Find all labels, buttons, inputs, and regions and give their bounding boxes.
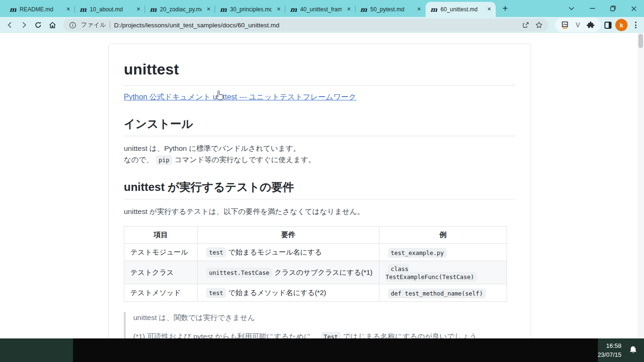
- minimize-button[interactable]: [582, 0, 603, 17]
- cell-item: テストメソッド: [124, 284, 198, 302]
- omnibox-divider: [110, 21, 110, 29]
- python-docs-link[interactable]: Python 公式ドキュメント unittest --- ユニットテストフレーム…: [124, 93, 356, 101]
- markdown-file-icon: m: [150, 6, 157, 13]
- tab-title: README.md: [20, 6, 61, 13]
- bookmark-star-icon[interactable]: [534, 20, 544, 30]
- url-text[interactable]: D:/projects/lessons/unit_test_samples/do…: [114, 22, 517, 29]
- tab-title: 50_pytest.md: [370, 6, 412, 13]
- new-tab-button[interactable]: +: [499, 2, 512, 16]
- page-info-icon[interactable]: [68, 20, 77, 30]
- markdown-file-icon: m: [290, 6, 297, 13]
- doc-title: unittest: [124, 61, 515, 78]
- tab-close-icon[interactable]: ×: [345, 6, 353, 13]
- window-controls: [561, 0, 644, 17]
- column-header-example: 例: [379, 227, 507, 244]
- vue-devtools-icon[interactable]: V: [576, 22, 580, 28]
- markdown-file-icon: m: [9, 6, 16, 13]
- install-line2-post: コマンド等の実行なしですぐに使えます。: [175, 156, 316, 164]
- divider: [124, 199, 515, 199]
- code-span: test: [206, 247, 226, 257]
- tab-60-unittest-active[interactable]: m 60_unittest.md ×: [426, 2, 496, 17]
- black-overlay: [73, 338, 598, 362]
- url-scheme-chip: ファイル: [81, 21, 106, 29]
- cell-requirement: unittest.TestCaseクラスのサブクラスにする(*1): [198, 261, 379, 284]
- tab-50-pytest[interactable]: m 50_pytest.md ×: [355, 2, 426, 17]
- svg-text:z: z: [635, 345, 636, 348]
- blockquote-gap: [133, 324, 515, 331]
- tab-readme[interactable]: m README.md ×: [5, 2, 75, 17]
- browser-menu-button[interactable]: [631, 22, 640, 28]
- scrollbar[interactable]: [637, 33, 644, 338]
- tab-40-unittest-framework[interactable]: m 40_unittest_fram ×: [285, 2, 355, 17]
- install-heading: インストール: [124, 116, 515, 132]
- clock-date: 23/07/15: [597, 350, 621, 359]
- code-span: class TestExampleFunc(TestCase): [386, 264, 477, 282]
- tab-title: 10_about.md: [90, 6, 131, 13]
- taskbar: 16:58 23/07/15 z: [0, 338, 644, 362]
- requirement-text: で始まるモジュール名にする: [228, 248, 322, 256]
- footnote-1-post: ではじまる名称にするのが良いでしょう: [343, 332, 477, 338]
- tab-close-icon[interactable]: ×: [415, 6, 423, 13]
- pip-code: pip: [156, 155, 172, 165]
- screenshot-extension-icon[interactable]: [561, 20, 570, 30]
- forward-button[interactable]: [18, 19, 30, 31]
- reload-button[interactable]: [32, 19, 44, 31]
- taskbar-clock[interactable]: 16:58 23/07/15: [597, 341, 621, 359]
- restore-button[interactable]: [603, 0, 623, 17]
- table-row: テストモジュール testで始まるモジュール名にする test_example.…: [124, 244, 507, 261]
- note-line: unittest は、関数では実行できません: [133, 312, 515, 324]
- notification-bell-icon[interactable]: z: [628, 345, 638, 355]
- cell-requirement: testで始まるモジュール名にする: [198, 244, 379, 261]
- install-line2-pre: なので、: [124, 156, 153, 164]
- markdown-file-icon: m: [430, 6, 437, 13]
- side-panel-icon[interactable]: [604, 22, 612, 29]
- tab-close-icon[interactable]: ×: [135, 6, 142, 13]
- profile-avatar[interactable]: k: [615, 19, 628, 31]
- back-button[interactable]: [4, 19, 16, 31]
- code-span: test: [206, 288, 226, 298]
- tab-title: 60_unittest.md: [441, 6, 482, 13]
- table-header-row: 項目 要件 例: [124, 227, 507, 244]
- browser-toolbar: ファイル D:/projects/lessons/unit_test_sampl…: [0, 17, 644, 33]
- cell-example: class TestExampleFunc(TestCase): [379, 261, 507, 284]
- tab-20-zodiac[interactable]: m 20_zodiac_py.md ×: [145, 2, 215, 17]
- scrollbar-thumb[interactable]: [638, 34, 643, 48]
- table-row: テストクラス unittest.TestCaseクラスのサブクラスにする(*1)…: [124, 261, 507, 284]
- home-button[interactable]: [46, 19, 58, 31]
- tab-title: 30_principles.md: [230, 6, 272, 13]
- tab-title: 40_unittest_fram: [300, 6, 342, 13]
- tab-10-about[interactable]: m 10_about.md ×: [75, 2, 145, 17]
- avatar-letter: k: [620, 22, 623, 29]
- markdown-document: unittest Python 公式ドキュメント unittest --- ユニ…: [108, 43, 531, 338]
- tab-close-icon[interactable]: ×: [64, 6, 72, 13]
- address-bar[interactable]: ファイル D:/projects/lessons/unit_test_sampl…: [63, 18, 548, 32]
- table-row: テストメソッド testで始まるメソッド名にする(*2) def test_me…: [124, 284, 507, 302]
- close-window-button[interactable]: [623, 0, 644, 17]
- divider: [124, 85, 515, 86]
- requirements-table: 項目 要件 例 テストモジュール testで始まるモジュール名にする test_…: [124, 226, 507, 302]
- code-span: test_example.py: [388, 248, 447, 258]
- page-content: unittest Python 公式ドキュメント unittest --- ユニ…: [0, 33, 644, 338]
- footnote-1: (*1) 可読性および pytest からも利用可能にするために、Testではじ…: [133, 331, 515, 338]
- code-span: def test_method_name(self): [388, 288, 486, 298]
- tab-close-icon[interactable]: ×: [205, 6, 212, 13]
- tab-strip: m README.md × m 10_about.md × m 20_zodia…: [0, 0, 644, 17]
- requirement-text: で始まるメソッド名にする(*2): [228, 288, 326, 296]
- column-header-requirement: 要件: [198, 227, 379, 244]
- tab-close-icon[interactable]: ×: [275, 6, 282, 13]
- code-span: unittest.TestCase: [206, 268, 272, 278]
- markdown-file-icon: m: [360, 6, 367, 13]
- tab-30-principles[interactable]: m 30_principles.md ×: [215, 2, 285, 17]
- markdown-file-icon: m: [220, 6, 227, 13]
- requirements-intro: unittest が実行するテストは、以下の要件を満たさなくてはなりません。: [124, 206, 515, 217]
- install-paragraph: unittest は、Python に標準でバンドルされています。 なので、pi…: [124, 143, 515, 165]
- clock-time: 16:58: [597, 341, 621, 350]
- cell-requirement: testで始まるメソッド名にする(*2): [198, 284, 379, 302]
- tab-search-chevron-icon[interactable]: [561, 0, 582, 17]
- divider: [124, 136, 515, 136]
- tab-close-icon[interactable]: ×: [485, 6, 493, 13]
- extensions-puzzle-icon[interactable]: [586, 20, 595, 30]
- share-icon[interactable]: [521, 20, 531, 30]
- cell-item: テストクラス: [124, 261, 198, 284]
- cell-item: テストモジュール: [124, 244, 198, 261]
